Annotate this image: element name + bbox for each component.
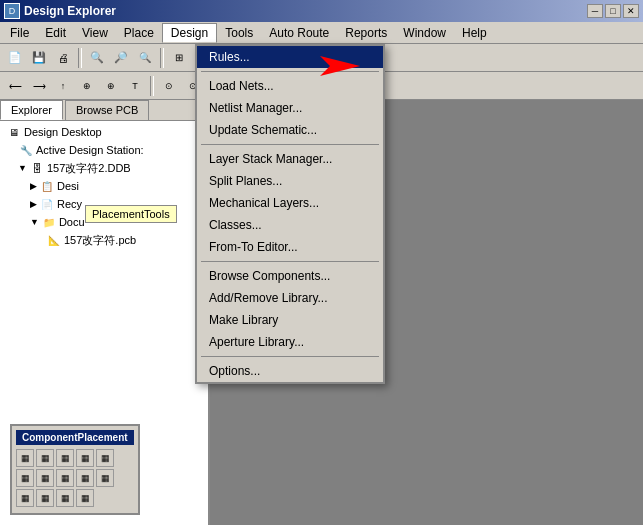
tb-sep1 [78,48,82,68]
expand-icon-desi: ▶ [30,181,37,191]
comp-btn-2-5[interactable]: ▦ [96,469,114,487]
comp-btn-2-4[interactable]: ▦ [76,469,94,487]
menu-design-fromto[interactable]: From-To Editor... [197,236,383,258]
tb2-5[interactable]: ⊕ [100,75,122,97]
menu-place[interactable]: Place [116,24,162,42]
menu-design-make[interactable]: Make Library [197,309,383,331]
menu-design[interactable]: Design [162,23,217,43]
sep-4 [201,356,379,357]
tab-explorer[interactable]: Explorer [0,100,63,120]
menu-design-options[interactable]: Options... [197,360,383,382]
menu-edit[interactable]: Edit [37,24,74,42]
comp-btn-1-2[interactable]: ▦ [36,449,54,467]
maximize-button[interactable]: □ [605,4,621,18]
tb-search1[interactable]: 🔍 [86,47,108,69]
menu-design-mechanical[interactable]: Mechanical Layers... [197,192,383,214]
sep-3 [201,261,379,262]
tree-design-desktop[interactable]: 🖥 Design Desktop [2,123,206,141]
tree-desi[interactable]: ▶ 📋 Desi [2,177,206,195]
comp-row-2: ▦ ▦ ▦ ▦ ▦ [16,469,134,487]
comp-btn-1-4[interactable]: ▦ [76,449,94,467]
menu-design-classes[interactable]: Classes... [197,214,383,236]
minimize-button[interactable]: ─ [587,4,603,18]
comp-btn-3-3[interactable]: ▦ [56,489,74,507]
tb2-1[interactable]: ⟵ [4,75,26,97]
menu-help[interactable]: Help [454,24,495,42]
title-bar: D Design Explorer ─ □ ✕ [0,0,643,22]
expand-icon-recy: ▶ [30,199,37,209]
comp-row-3: ▦ ▦ ▦ ▦ [16,489,134,507]
comp-btn-3-2[interactable]: ▦ [36,489,54,507]
design-dropdown-menu: Rules... Load Nets... Netlist Manager...… [195,44,385,384]
tree-label-ddb: 157改字符2.DDB [47,161,131,176]
arrow-indicator [320,56,360,81]
tree-icon-station: 🔧 [18,142,34,158]
tree-label-desktop: Design Desktop [24,126,102,138]
expand-icon-docu: ▼ [30,217,39,227]
title-bar-text: Design Explorer [24,4,583,18]
comp-btn-2-3[interactable]: ▦ [56,469,74,487]
tb-sep2 [160,48,164,68]
tree-label-docu: Docu [59,216,85,228]
menu-view[interactable]: View [74,24,116,42]
tree-ddb-file[interactable]: ▼ 🗄 157改字符2.DDB [2,159,206,177]
tb2-4[interactable]: ⊕ [76,75,98,97]
comp-btn-1-3[interactable]: ▦ [56,449,74,467]
tb-browse[interactable]: 🔍 [134,47,156,69]
menu-design-splitplanes[interactable]: Split Planes... [197,170,383,192]
tree-label-recy: Recy [57,198,82,210]
menu-design-update[interactable]: Update Schematic... [197,119,383,141]
placement-tools-tooltip: PlacementTools [85,205,177,223]
panel-tabs: Explorer Browse PCB [0,100,208,121]
tb2-3[interactable]: ↑ [52,75,74,97]
tb-new[interactable]: 📄 [4,47,26,69]
expand-icon-ddb: ▼ [18,163,27,173]
tb2-sep [150,76,154,96]
tree-label-pcb: 157改字符.pcb [64,233,136,248]
app-icon: D [4,3,20,19]
tree-icon-docu: 📁 [41,214,57,230]
menu-tools[interactable]: Tools [217,24,261,42]
tree-pcb-file[interactable]: 📐 157改字符.pcb [2,231,206,249]
tb-print[interactable]: 🖨 [52,47,74,69]
tree-icon-desi: 📋 [39,178,55,194]
tree-active-station[interactable]: 🔧 Active Design Station: [2,141,206,159]
menu-autoroute[interactable]: Auto Route [261,24,337,42]
comp-panel-title: ComponentPlacement [16,430,134,445]
tree-icon-desktop: 🖥 [6,124,22,140]
tb2-6[interactable]: T [124,75,146,97]
comp-row-1: ▦ ▦ ▦ ▦ ▦ [16,449,134,467]
close-button[interactable]: ✕ [623,4,639,18]
menu-design-layerstack[interactable]: Layer Stack Manager... [197,148,383,170]
menu-design-aperture[interactable]: Aperture Library... [197,331,383,353]
menu-window[interactable]: Window [395,24,454,42]
tree-label-desi: Desi [57,180,79,192]
menu-design-browse[interactable]: Browse Components... [197,265,383,287]
tb2-7[interactable]: ⊙ [158,75,180,97]
svg-marker-0 [320,56,360,76]
tb-save[interactable]: 💾 [28,47,50,69]
title-bar-buttons: ─ □ ✕ [587,4,639,18]
sep-2 [201,144,379,145]
tb-search2[interactable]: 🔎 [110,47,132,69]
tree-label-station: Active Design Station: [36,144,144,156]
menu-reports[interactable]: Reports [337,24,395,42]
menu-design-netlist[interactable]: Netlist Manager... [197,97,383,119]
comp-btn-3-4[interactable]: ▦ [76,489,94,507]
comp-btn-2-1[interactable]: ▦ [16,469,34,487]
comp-btn-1-1[interactable]: ▦ [16,449,34,467]
tb2-2[interactable]: ⟶ [28,75,50,97]
component-placement-panel: ComponentPlacement ▦ ▦ ▦ ▦ ▦ ▦ ▦ ▦ ▦ ▦ ▦… [10,424,140,515]
tree-icon-recy: 📄 [39,196,55,212]
comp-btn-3-1[interactable]: ▦ [16,489,34,507]
menu-file[interactable]: File [2,24,37,42]
tree-icon-ddb: 🗄 [29,160,45,176]
menu-design-addremove[interactable]: Add/Remove Library... [197,287,383,309]
comp-btn-2-2[interactable]: ▦ [36,469,54,487]
menu-bar: File Edit View Place Design Tools Auto R… [0,22,643,44]
tb-zoom[interactable]: ⊞ [168,47,190,69]
tab-browse-pcb[interactable]: Browse PCB [65,100,149,120]
tree-icon-pcb: 📐 [46,232,62,248]
comp-btn-1-5[interactable]: ▦ [96,449,114,467]
